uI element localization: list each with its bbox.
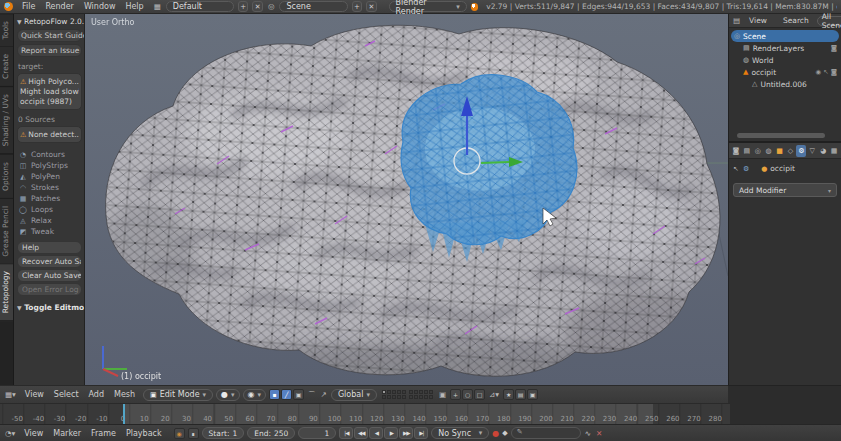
outliner-editor-icon[interactable]: ▤ <box>732 16 741 25</box>
timeline-editor-icon[interactable]: ◔▾ <box>4 429 16 438</box>
delete-scene-button[interactable]: ✕ <box>366 1 376 12</box>
render-engine-dropdown[interactable]: Blender Render▾ <box>389 1 467 12</box>
properties-editor-icon[interactable]: ↖ <box>733 165 739 173</box>
layer-1[interactable] <box>382 390 386 394</box>
start-frame-field[interactable]: Start: 1 <box>202 427 245 439</box>
texture-tab[interactable]: ▦ <box>829 145 839 157</box>
rotate-manipulator-button[interactable]: ○ <box>462 389 473 400</box>
recover-auto-sa-button[interactable]: Recover Auto Sa <box>17 255 82 268</box>
outliner-item-untitled-006[interactable]: △Untitled.006 <box>731 78 839 90</box>
scale-manipulator-button[interactable]: □ <box>474 389 485 400</box>
retopoflow-panel-header[interactable]: ▼ RetopoFlow 2.0.3 <box>17 17 82 26</box>
jump-to-end-button[interactable]: ▶| <box>414 427 428 439</box>
report-issue-button[interactable]: Report an Issue <box>17 44 82 57</box>
menu-file[interactable]: File <box>17 2 40 11</box>
scene-tab[interactable]: ◎ <box>753 145 763 157</box>
delete-layout-button[interactable]: ✕ <box>252 1 262 12</box>
proportional-edit-dropdown[interactable]: ◉▾ <box>243 389 267 401</box>
keyframe-lock-button[interactable]: ∎ <box>188 428 199 439</box>
play-button[interactable]: ▶ <box>384 427 398 439</box>
layer-8[interactable] <box>392 395 396 399</box>
render-opengl-anim-button[interactable]: ▤ <box>515 389 526 400</box>
mode-dropdown[interactable]: ▣ Edit Mode ▾ <box>143 389 213 401</box>
autokey-button[interactable]: ◉ <box>174 428 185 439</box>
layer-13[interactable] <box>419 390 423 394</box>
eye-icon[interactable]: ◉ <box>816 68 822 76</box>
outliner-item-scene[interactable]: ◎Scene <box>731 30 839 42</box>
tool-polystrips[interactable]: ◫PolyStrips <box>17 160 82 171</box>
layer-11[interactable] <box>409 390 413 394</box>
tool-strokes[interactable]: ◠Strokes <box>17 182 82 193</box>
object-data-tab[interactable]: ▽ <box>807 145 817 157</box>
transform-orientation-dropdown[interactable]: Global▾ <box>331 389 377 401</box>
tool-patches[interactable]: ▦Patches <box>17 193 82 204</box>
modifiers-tab[interactable]: ⚙ <box>796 145 806 157</box>
render-layers-tab[interactable]: ▤ <box>742 145 752 157</box>
snap-icon[interactable]: ↗ <box>320 390 328 399</box>
toolshelf-tab-options[interactable]: Options <box>0 155 13 199</box>
tool-loops[interactable]: ◯Loops <box>17 204 82 215</box>
scene-dropdown-icon[interactable]: ◎ <box>267 2 276 11</box>
outliner-menu-view[interactable]: View <box>744 16 772 25</box>
render-opengl-button[interactable]: ★ <box>503 389 514 400</box>
world-tab[interactable]: ◍ <box>764 145 774 157</box>
outliner-item-world[interactable]: ◍World <box>731 54 839 66</box>
layer-5[interactable] <box>402 390 406 394</box>
toolshelf-tab-create[interactable]: Create <box>0 47 13 87</box>
outliner-menu-search[interactable]: Search <box>778 16 814 25</box>
tool-relax[interactable]: ◬Relax <box>17 215 82 226</box>
toolshelf-tab-retopology[interactable]: Retopology <box>0 264 13 321</box>
layer-9[interactable] <box>397 395 401 399</box>
outliner-item-renderlayers[interactable]: ▤RenderLayers◙ <box>731 42 839 54</box>
quick-start-button[interactable]: Quick Start Guide <box>17 29 82 42</box>
current-frame-field[interactable]: 1 <box>298 427 336 439</box>
edge-select-button[interactable]: ╱ <box>281 389 292 400</box>
viewport-3d[interactable]: User Ortho (1) occipit <box>85 14 728 385</box>
constraints-tab[interactable]: ◇ <box>786 145 796 157</box>
outliner-scrollbar[interactable] <box>737 133 825 138</box>
add-modifier-dropdown[interactable]: Add Modifier ▾ <box>733 183 837 197</box>
render-restrict-icon[interactable]: ◙ <box>831 68 837 76</box>
lock-to-scene-icon[interactable]: ▣ <box>438 390 447 399</box>
current-frame-indicator[interactable] <box>123 404 125 424</box>
outliner-filter-dropdown[interactable]: All Scenes <box>817 16 841 26</box>
target-warning-box[interactable]: ⚠High Polyco... Might load slowly occipi… <box>17 73 82 110</box>
object-tab[interactable]: ■ <box>775 145 785 157</box>
render-preview-button[interactable]: ▣ <box>527 389 538 400</box>
scene-dropdown[interactable]: Scene <box>279 1 347 12</box>
occlude-geometry-icon[interactable]: ⌒ <box>307 390 317 400</box>
tool-contours[interactable]: ◔Contours <box>17 149 82 160</box>
layer-3[interactable] <box>392 390 396 394</box>
sources-warning-box[interactable]: ⚠None detect... <box>17 126 82 143</box>
render-restrict-icon[interactable]: ◙ <box>831 44 837 52</box>
viewport-shading-dropdown[interactable]: ●▾ <box>216 389 240 401</box>
timeline-ruler[interactable]: -50-40-30-20-100102030405060708090100110… <box>0 403 730 424</box>
layer-15[interactable] <box>429 390 433 394</box>
layer-17[interactable] <box>414 395 418 399</box>
menu-window[interactable]: Window <box>79 2 121 11</box>
delete-keyframe-icon[interactable]: ✕ <box>595 429 603 438</box>
timeline-menu-playback[interactable]: Playback <box>121 429 167 438</box>
help-button[interactable]: Help <box>17 241 82 254</box>
toggle-editmode-header[interactable]: ▼ Toggle Editmode <box>17 303 82 312</box>
sync-dropdown[interactable]: No Sync▾ <box>431 427 489 439</box>
toolshelf-tab-tools[interactable]: Tools <box>0 14 13 47</box>
layer-19[interactable] <box>424 395 428 399</box>
timeline-menu-view[interactable]: View <box>19 429 48 438</box>
selectability-icon[interactable]: ↖ <box>823 68 828 76</box>
screen-layout-dropdown[interactable]: Default <box>166 1 234 12</box>
manipulator-axis-dropdown[interactable]: ⊿▾ <box>488 390 500 399</box>
editor-type-icon[interactable]: ▦▾ <box>4 390 17 399</box>
layer-16[interactable] <box>409 395 413 399</box>
layer-6[interactable] <box>382 395 386 399</box>
jump-to-prev-keyframe-button[interactable]: ◀◀ <box>354 427 368 439</box>
layer-4[interactable] <box>397 390 401 394</box>
record-button[interactable]: ● <box>492 429 499 438</box>
screen-layout-icon[interactable]: ▦ <box>153 2 162 11</box>
layer-10[interactable] <box>402 395 406 399</box>
timeline-menu-frame[interactable]: Frame <box>86 429 121 438</box>
vertex-select-button[interactable]: ▪ <box>269 389 280 400</box>
clear-auto-save-button[interactable]: Clear Auto Save <box>17 269 82 282</box>
add-scene-button[interactable]: + <box>352 1 362 12</box>
view3d-menu-select[interactable]: Select <box>49 390 84 399</box>
